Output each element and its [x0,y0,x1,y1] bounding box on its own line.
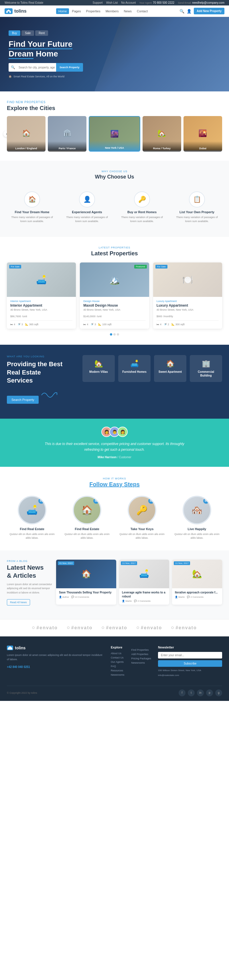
search-icon[interactable]: 🔍 [180,9,184,13]
services-search-button[interactable]: Search Property [7,396,39,404]
steps-title: Follow Easy Steps [7,481,222,488]
testimonial-text: This is due to their excellent service, … [43,441,186,453]
props-grid: 🛋️ For Sale Interior Apartment Interior … [7,262,222,329]
social-twitter[interactable]: t [188,689,195,696]
top-bar: Welcome to Tolins Real Estate Support Wi… [0,0,229,5]
news-title-1: Save Thousands Selling Your Property [59,590,113,595]
footer-link-add[interactable]: Add Properties [131,653,152,655]
prop-beds-3: 🛏 4 [156,323,161,326]
dot-1[interactable] [110,333,112,336]
steps-label: How it Works [7,477,222,480]
news-read-all-button[interactable]: Read All News [7,599,30,606]
why-title-1: Find Your Dream Home [9,210,55,214]
footer-link-agents[interactable]: Our Agents [111,660,125,663]
news-card-3[interactable]: 🏡 11 Nov, 2017 Iterative approach corpor… [172,560,222,605]
prop-card-3[interactable]: 🍽️ For Sale Luxury Apartment Luxury Appa… [153,262,222,329]
city-card-london[interactable]: 🏠 London / England [7,116,46,151]
footer-logo-icon [7,646,13,650]
prop-address-1: 40 Bronx Street, New York, USA [10,308,73,311]
services-left: What Are You Looking Providing the Best … [7,355,77,408]
logo[interactable]: tolins [5,8,27,14]
nav-news[interactable]: News [122,8,134,14]
nav-pages[interactable]: Pages [69,8,83,14]
avatar-3: 👩 [117,427,128,437]
service-apartment[interactable]: 🏠 Sweet Apartment [154,355,186,382]
footer-link-find[interactable]: Find Properties [131,649,152,651]
news-img-3: 🏡 11 Nov, 2017 [172,560,222,588]
partner-5: ⬡ #envato [171,625,197,630]
services-title: Providing the Best Real Estate Services [7,360,64,385]
prop-price-1: $86,7600 /unit [10,313,73,318]
city-label-nyc: New York / USA [89,141,140,151]
why-desc-4: There many variation of passages of lore… [174,215,220,223]
support-link[interactable]: Support [93,1,103,4]
dot-3[interactable] [117,333,119,336]
social-linkedin[interactable]: in [197,689,204,696]
footer-props-list: Find Properties Add Properties Pricing P… [131,649,152,664]
city-card-dubai[interactable]: 🌇 Dubai [183,116,222,151]
email-link[interactable]: needhelp@company.com [192,1,224,4]
service-villas[interactable]: 🏡 Modern Villas [82,355,115,382]
why-desc-2: There many variation of passages of lore… [64,215,110,223]
nav-contact[interactable]: Contact [134,8,150,14]
footer-subscribe-button[interactable]: Subscribe [158,660,222,667]
header-right: 🔍 👤 Add New Property [180,8,224,14]
footer-phone: +42 840 040 0251 [7,665,104,668]
footer-email-input[interactable] [158,652,222,659]
city-card-paris[interactable]: 🏛️ Paris / France [48,116,87,151]
news-author-2: 👤 Martin [122,600,132,602]
city-card-nyc[interactable]: 🌆 New York / USA [89,116,140,151]
prop-card-1[interactable]: 🛋️ For Sale Interior Apartment Interior … [7,262,76,329]
news-comments-1: 💬 13 Comments [71,596,89,598]
tab-sale[interactable]: Sale [22,30,34,36]
hero-search-input[interactable] [17,63,56,72]
city-card-roma[interactable]: 🏡 Roma / Turkey [142,116,181,151]
news-desc: Lorem ipsum dolor sit amet consectetur a… [7,582,53,595]
dot-2[interactable] [113,333,116,336]
city-label-london: London / England [7,141,46,151]
user-icon[interactable]: 👤 [186,9,191,13]
why-icon-4: 📋 [189,191,205,207]
prop-baths-1: 🚿 3 [17,323,23,326]
search-icon-hero: 🔍 [9,63,17,72]
hero-search-button[interactable]: Search Property [56,63,83,72]
wave-decoration [40,390,57,401]
footer-link-pricing[interactable]: Pricing Packages [131,657,152,660]
social-facebook[interactable]: f [178,689,185,696]
footer-link-contact[interactable]: Contact Us [111,656,125,659]
footer-link-faq[interactable]: FAQ [111,665,125,668]
service-furnished[interactable]: 🛋️ Furnished Homes [118,355,150,382]
news-row-top: 🏠 01 Nov, 2022 Save Thousands Selling Yo… [56,560,222,605]
phone-link[interactable]: 70 800 500 2222 [153,1,174,4]
wishlist-link[interactable]: Wish List [106,1,118,4]
cities-section: Find New Properties Explore the Cities ‹… [0,91,229,161]
service-building[interactable]: 🏢 Commercial Building [190,355,222,382]
step-1: 🛋️ 01 Find Real Estate Quistur elit on i… [7,496,57,540]
footer-explore-title: Explore [111,646,125,649]
props-title: Latest Properties [7,250,222,257]
hero-title-line1: Find Your Future [9,40,73,49]
props-label: Latest Properties [7,246,222,249]
footer-link-resources[interactable]: Resources [111,669,125,672]
news-card-1[interactable]: 🏠 01 Nov, 2022 Save Thousands Selling Yo… [56,560,116,605]
add-property-button[interactable]: Add New Property [194,8,224,14]
furnished-icon: 🛋️ [122,360,147,368]
footer-link-about[interactable]: About Us [111,652,125,655]
nav-home[interactable]: Home [56,8,69,14]
footer-link-news[interactable]: Newsrooms [131,661,152,664]
account-link[interactable]: No Account [121,1,136,4]
nav-members[interactable]: Members [103,8,121,14]
tab-buy[interactable]: Buy [9,30,21,36]
hero-title-dream: Dream [9,49,33,59]
social-pinterest[interactable]: p [206,689,213,696]
news-card-2[interactable]: 🛋️ 11 Nov, 2017 Leverage agile frame wor… [119,560,169,605]
nav-properties[interactable]: Properties [84,8,103,14]
hero-content: Buy Sale Rent Find Your Future Dream Hom… [9,30,83,78]
prop-name-2: Maxoll Design House [83,304,145,307]
step-title-3: Take Your Keys [117,527,167,531]
tab-rent[interactable]: Rent [35,30,48,36]
social-google[interactable]: g [215,689,222,696]
prop-card-2[interactable]: 🏔️ Featured Design House Maxoll Design H… [80,262,149,329]
footer-link-newsrooms[interactable]: Newsrooms [111,673,125,676]
footer-newsletter-form: Subscribe 336 Willson Sioken Street, New… [158,652,222,676]
